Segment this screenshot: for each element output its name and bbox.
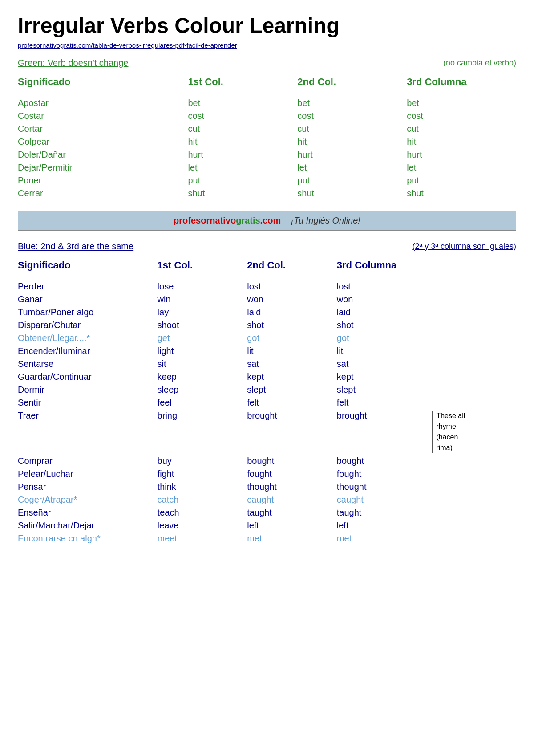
table-row: Guardar/Continuarkeepkeptkept bbox=[18, 370, 516, 383]
table-row: Encontrarse cn algn*meetmetmet bbox=[18, 532, 516, 545]
page-title: Irregular Verbs Colour Learning bbox=[18, 13, 516, 38]
table-row: Ponerputputput bbox=[18, 174, 516, 187]
green-table: Significado 1st Col. 2nd Col. 3rd Column… bbox=[18, 73, 516, 200]
green-header-sig: Significado bbox=[18, 73, 188, 90]
blue-header-sig: Significado bbox=[18, 257, 158, 274]
ad-site-name: profesornativogratis.com bbox=[174, 215, 281, 225]
table-row: Pelear/Lucharfightfoughtfought bbox=[18, 467, 516, 480]
table-row: Sentirfeelfeltfelt bbox=[18, 396, 516, 409]
table-row: Sentarsesitsatsat bbox=[18, 358, 516, 370]
rhyme-note: These allrhyme(hacenrima) bbox=[432, 411, 512, 453]
blue-header-3rd: 3rd Columna bbox=[337, 257, 427, 274]
table-row: Obtener/Llegar....*getgotgot bbox=[18, 332, 516, 345]
table-row: Golpearhithithit bbox=[18, 135, 516, 148]
table-row: Encender/Iluminarlightlitlit bbox=[18, 345, 516, 358]
table-row: Pensarthinkthoughtthought bbox=[18, 480, 516, 493]
ad-gratis: gratis bbox=[236, 215, 260, 225]
table-row: Coger/Atrapar*catchcaughtcaught bbox=[18, 493, 516, 506]
table-row: Comprarbuyboughtbought bbox=[18, 455, 516, 467]
blue-table: Significado 1st Col. 2nd Col. 3rd Column… bbox=[18, 257, 516, 545]
green-header-3rd: 3rd Columna bbox=[407, 73, 516, 90]
table-row: Dormirsleepsleptslept bbox=[18, 383, 516, 396]
table-row: Costarcostcostcost bbox=[18, 110, 516, 122]
table-row: Perderloselostlost bbox=[18, 280, 516, 293]
table-row: Dejar/Permitirletletlet bbox=[18, 161, 516, 174]
table-row: TraerbringbroughtbroughtThese allrhyme(h… bbox=[18, 409, 516, 455]
blue-header-2nd: 2nd Col. bbox=[247, 257, 337, 274]
ad-banner: profesornativogratis.com ¡Tu Inglés Onli… bbox=[18, 211, 516, 231]
ad-tagline: ¡Tu Inglés Online! bbox=[291, 215, 360, 225]
green-header-2nd: 2nd Col. bbox=[297, 73, 407, 90]
green-header-1st: 1st Col. bbox=[188, 73, 297, 90]
table-row: Apostarbetbetbet bbox=[18, 97, 516, 110]
table-row: Enseñarteachtaughttaught bbox=[18, 506, 516, 519]
site-url[interactable]: profesornativogratis.com/tabla-de-verbos… bbox=[18, 41, 516, 49]
table-row: Tumbar/Poner algolaylaidlaid bbox=[18, 306, 516, 319]
blue-section-label: Blue: 2nd & 3rd are the same (2ª y 3ª co… bbox=[18, 241, 516, 252]
table-row: Doler/Dañarhurthurthurt bbox=[18, 148, 516, 161]
blue-header-1st: 1st Col. bbox=[158, 257, 247, 274]
table-row: Salir/Marchar/Dejarleaveleftleft bbox=[18, 519, 516, 532]
table-row: Ganarwinwonwon bbox=[18, 293, 516, 306]
green-section-label: Green: Verb doesn't change (no cambia el… bbox=[18, 58, 516, 68]
table-row: Cortarcutcutcut bbox=[18, 122, 516, 135]
table-row: Disparar/Chutarshootshotshot bbox=[18, 319, 516, 332]
table-row: Cerrarshutshutshut bbox=[18, 187, 516, 200]
